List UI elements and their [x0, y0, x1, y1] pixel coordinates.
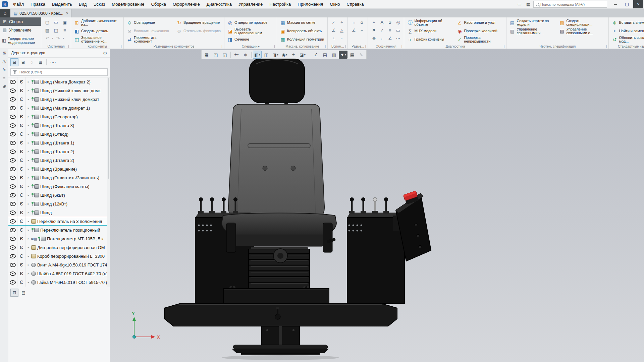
menu-item[interactable]: Справка [343, 0, 367, 8]
section-exclude-icon[interactable]: Є [17, 191, 26, 199]
tab-close-icon[interactable]: × [66, 11, 68, 16]
tree-row[interactable]: Є ▸ ◙▦ Шилд (Штанга 2) [8, 156, 110, 165]
rotation-rotation-button[interactable]: ↻ Вращение-вращение [175, 18, 222, 27]
open-document-button[interactable]: ▭ [52, 18, 60, 26]
tree-row[interactable]: Є ▸ ◙▦ Короб перфорированный L=3300 [8, 252, 110, 260]
visibility-cell[interactable] [8, 243, 17, 252]
viewport-tool-button[interactable]: ▾ [307, 51, 311, 58]
menu-item[interactable]: Сборка [148, 0, 169, 8]
menu-item[interactable]: Файл [10, 0, 27, 8]
expand-arrow-icon[interactable]: ▸ [26, 185, 31, 188]
geometry-collection-button[interactable]: ▩ Коллекция геометрии [279, 35, 325, 44]
visibility-cell[interactable] [8, 173, 17, 182]
create-spec-button[interactable]: ▧ Создать спецификаци... [558, 18, 606, 27]
tree-row[interactable]: Є ▸ ◙▦ Шилд (Нижний ключ все домк [8, 86, 110, 95]
find-replace-button[interactable]: ⌖ Найти и заменить [611, 27, 644, 35]
expand-arrow-icon[interactable]: ▸ [26, 281, 31, 284]
tree-row[interactable]: Є ▸ ◙▦ Шилд (Нижний ключ домкрат [8, 95, 110, 104]
section-exclude-icon[interactable]: Є [17, 243, 26, 252]
group-options-icon[interactable]: ⋮ [273, 45, 276, 48]
create-drawing-button[interactable]: ▤ Создать чертеж по модели [508, 18, 557, 27]
close-button[interactable]: × [633, 0, 643, 8]
section-exclude-icon[interactable]: Є [17, 147, 26, 156]
notation-tool-button[interactable]: ✓ [378, 26, 386, 34]
group-options-icon[interactable]: ⋮ [364, 45, 367, 48]
menu-item[interactable]: Вид [75, 0, 90, 8]
viewport-tool-button[interactable]: ◫▾ [262, 51, 271, 59]
panel-strip-button[interactable]: ≡ [0, 74, 8, 82]
tree-row[interactable]: Є ▸ ◙▦ Шилд (Мачта Домкрат 2) [8, 77, 110, 86]
tree-row[interactable]: Є ▸ ◙▦ Шилд (Отвинтить/Завинтить) [8, 173, 110, 182]
notation-tool-button[interactable]: ⚑ [370, 26, 378, 34]
viewport-tool-button[interactable]: ⌖▾ [232, 51, 241, 59]
menu-item[interactable]: Диагностика [203, 0, 235, 8]
expand-arrow-icon[interactable]: ▸ [26, 89, 31, 92]
mode-solid-modeling[interactable]: ◧ Твердотельное моделирование [0, 34, 41, 47]
tree-row[interactable]: Є ▸ ◙▦ Шилд (Вращение) [8, 165, 110, 173]
copy-objects-button[interactable]: ▣ Копировать объекты [279, 27, 325, 35]
object-info-button[interactable]: ⓘ Информация об объекте [406, 18, 454, 27]
scrollbar-thumb[interactable] [108, 78, 109, 179]
expand-arrow-icon[interactable]: ▸ [26, 237, 31, 240]
tree-row[interactable]: Є ▸ ◙▦ Гайка М4-6Н.5.019 ГОСТ 5915-70 ( [8, 278, 110, 287]
tree-scrollbar[interactable] [107, 77, 110, 287]
section-exclude-icon[interactable]: Є [17, 269, 26, 278]
viewport-tool-button[interactable]: ▾ [251, 52, 252, 58]
tree-toolbar-button[interactable]: ▦▾ [37, 58, 45, 66]
section-button[interactable]: ◨ Сечение [226, 35, 275, 44]
insert-element-button[interactable]: ⊕ Вставить элемент [611, 18, 644, 27]
section-exclude-icon[interactable]: Є [17, 112, 26, 121]
tree-row[interactable]: Є ▸ ◙▦ Переключатель позиционный [8, 226, 110, 234]
tree-row[interactable]: Є ▸ ◙▦ Шилд (Отвод) [8, 130, 110, 138]
notation-tool-button[interactable]: ⌀ [386, 18, 394, 26]
disable-fixation-button[interactable]: ⊘ Отключить фиксацию [175, 27, 222, 35]
create-part-button[interactable]: ◧ Создать деталь [73, 27, 121, 35]
tree-bottom-tab[interactable]: ⊟ [10, 289, 18, 297]
notation-tool-button[interactable]: ≡ [386, 26, 394, 34]
new-document-button[interactable]: ▢ [43, 18, 51, 26]
expand-arrow-icon[interactable]: ▸ [26, 176, 31, 179]
tree-row[interactable]: Є ▸ ◙▦ Шилд [8, 208, 110, 217]
mode-assembly[interactable]: ⊞ Сборка [0, 17, 41, 26]
tree-search-input[interactable] [19, 70, 105, 74]
visibility-cell[interactable] [8, 77, 17, 86]
visibility-cell[interactable] [8, 156, 17, 165]
section-exclude-icon[interactable]: Є [17, 138, 26, 147]
viewport-tool-button[interactable]: ▦▾ [202, 51, 211, 59]
save-button[interactable]: ▣ [61, 18, 69, 26]
gear-icon[interactable]: ⚙ [103, 51, 107, 56]
seat-3d-model[interactable]: X Y [110, 49, 644, 362]
expand-arrow-icon[interactable]: ▸ [26, 211, 31, 214]
curvature-graph-button[interactable]: ≈ График кривизны [406, 35, 454, 44]
panel-strip-button[interactable]: fx [0, 65, 8, 74]
tree-row[interactable]: Є ▸ ◙▦ Винт А.М4-6gх10.58.019 ГОСТ 174 [8, 260, 110, 269]
visibility-cell[interactable] [8, 191, 17, 199]
viewport-tool-button[interactable]: ▾ [230, 52, 231, 58]
menu-item[interactable]: Моделирование [108, 0, 148, 8]
mass-properties-button[interactable]: ∑ МЦХ модели [406, 27, 454, 35]
app-logo-icon[interactable]: K [2, 1, 8, 7]
expand-arrow-icon[interactable]: ▸ [26, 193, 31, 197]
dimension-tool-button[interactable]: ⌀ [358, 18, 366, 26]
maximize-button[interactable]: ▢ [622, 0, 632, 8]
expand-arrow-icon[interactable]: ▸ [26, 150, 31, 153]
panel-strip-button[interactable]: ⊞ [0, 49, 8, 57]
menu-item[interactable]: Окно [326, 0, 343, 8]
undo-button[interactable]: ↶ [43, 35, 51, 42]
visibility-cell[interactable] [8, 278, 17, 287]
group-options-icon[interactable]: ⋮ [220, 45, 223, 48]
dimension-tool-button[interactable]: ∠ [350, 26, 358, 34]
expand-arrow-icon[interactable]: ▸ [26, 132, 31, 136]
save-all-button[interactable]: ≡ [61, 26, 69, 34]
group-options-icon[interactable]: ⋮ [605, 45, 608, 48]
viewport-tool-button[interactable]: ◧▾ [253, 51, 262, 59]
section-exclude-icon[interactable]: Є [17, 260, 26, 269]
section-exclude-icon[interactable]: Є [17, 165, 26, 173]
viewport-tool-button[interactable]: ▦▾ [348, 51, 357, 59]
panel-strip-button[interactable]: ⊕ [0, 82, 8, 90]
notation-tool-button[interactable]: ↔ [378, 35, 386, 42]
visibility-cell[interactable] [8, 121, 17, 130]
auxiliary-tool-button[interactable]: ∠ [330, 26, 337, 34]
tree-toolbar-button[interactable]: ⊞▾ [19, 58, 27, 66]
visibility-cell[interactable] [8, 130, 17, 138]
